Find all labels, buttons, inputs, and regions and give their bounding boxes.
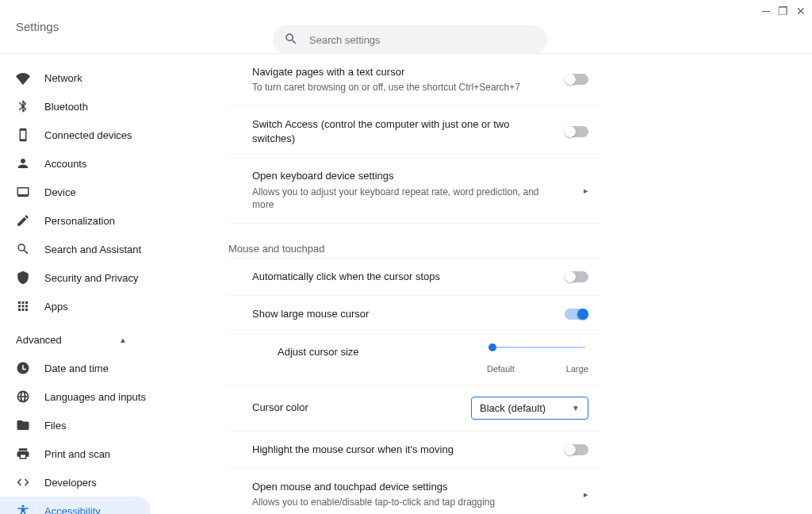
- row-title: Highlight the mouse cursor when it's mov…: [252, 443, 533, 457]
- sidebar-item-label: Print and scan: [44, 448, 110, 460]
- chevron-right-icon: ▸: [584, 186, 588, 196]
- sidebar-item-date-time[interactable]: Date and time: [0, 354, 151, 382]
- sidebar-item-label: Search and Assistant: [44, 244, 141, 255]
- row-title: Adjust cursor size: [278, 345, 490, 359]
- sidebar-item-bluetooth[interactable]: Bluetooth: [0, 92, 151, 121]
- toggle-highlight-cursor[interactable]: [565, 444, 588, 455]
- sidebar-item-connected-devices[interactable]: Connected devices: [0, 121, 151, 149]
- sidebar-item-label: Connected devices: [44, 129, 132, 141]
- sidebar-item-label: Developers: [44, 477, 97, 489]
- folder-icon: [16, 418, 30, 432]
- row-highlight-cursor: Highlight the mouse cursor when it's mov…: [228, 432, 601, 469]
- sidebar-item-files[interactable]: Files: [0, 411, 151, 439]
- laptop-icon: [16, 185, 30, 199]
- sidebar-advanced-label: Advanced: [16, 334, 62, 346]
- sidebar-item-label: Date and time: [44, 362, 109, 374]
- sidebar: Network Bluetooth Connected devices Acco…: [0, 54, 206, 514]
- printer-icon: [16, 447, 30, 461]
- toggle-switch-access[interactable]: [565, 126, 588, 137]
- row-cursor-color: Cursor color Black (default) ▼: [228, 386, 601, 432]
- row-switch-access: Switch Access (control the computer with…: [228, 106, 601, 158]
- toggle-auto-click[interactable]: [565, 271, 588, 282]
- sidebar-item-accounts[interactable]: Accounts: [0, 149, 151, 178]
- sidebar-item-apps[interactable]: Apps: [0, 292, 151, 320]
- row-open-keyboard-settings[interactable]: Open keyboard device settings Allows you…: [228, 158, 601, 224]
- code-icon: [16, 475, 30, 489]
- chevron-down-icon: ▼: [572, 404, 580, 412]
- section-mouse-touchpad: Mouse and touchpad: [228, 243, 601, 255]
- row-title: Switch Access (control the computer with…: [252, 117, 533, 146]
- sidebar-item-label: Security and Privacy: [44, 272, 139, 284]
- search-bar[interactable]: [273, 25, 547, 54]
- slider-thumb[interactable]: [488, 343, 496, 351]
- clock-icon: [16, 361, 30, 375]
- magnifier-icon: [16, 242, 30, 256]
- row-title: Automatically click when the cursor stop…: [252, 270, 533, 284]
- row-subtitle: Allows you to enable/disable tap-to-clic…: [252, 496, 552, 509]
- row-title: Show large mouse cursor: [252, 307, 533, 321]
- page-title: Settings: [16, 20, 59, 33]
- shield-icon: [16, 270, 30, 285]
- sidebar-item-network[interactable]: Network: [0, 63, 151, 92]
- row-caret-browsing: Navigate pages with a text cursor To tur…: [228, 54, 601, 106]
- sidebar-item-personalization[interactable]: Personalization: [0, 206, 151, 235]
- bluetooth-icon: [16, 99, 30, 113]
- sidebar-item-label: Files: [44, 420, 66, 432]
- search-input[interactable]: [309, 34, 536, 46]
- slider-min-label: Default: [487, 364, 515, 374]
- sidebar-item-label: Personalization: [44, 215, 115, 227]
- accessibility-icon: [16, 504, 30, 514]
- chevron-up-icon: ▲: [119, 336, 127, 344]
- row-auto-click: Automatically click when the cursor stop…: [228, 258, 601, 296]
- sidebar-item-label: Accessibility: [44, 505, 101, 515]
- person-icon: [16, 156, 30, 171]
- sidebar-item-developers[interactable]: Developers: [0, 468, 151, 497]
- row-large-cursor: Show large mouse cursor: [228, 296, 601, 333]
- apps-icon: [16, 299, 30, 313]
- edit-icon: [16, 213, 30, 228]
- sidebar-advanced-header[interactable]: Advanced ▲: [0, 325, 135, 354]
- row-open-mouse-settings[interactable]: Open mouse and touchpad device settings …: [228, 469, 601, 514]
- sidebar-item-label: Apps: [44, 301, 68, 313]
- wifi-icon: [16, 71, 30, 85]
- sidebar-item-label: Languages and inputs: [44, 391, 146, 403]
- cursor-color-dropdown[interactable]: Black (default) ▼: [471, 397, 588, 420]
- row-adjust-cursor-size: Adjust cursor size Default Large: [228, 334, 601, 386]
- sidebar-item-label: Network: [44, 72, 82, 84]
- search-icon: [284, 32, 298, 48]
- chevron-right-icon: ▸: [584, 489, 588, 500]
- row-subtitle: Allows you to adjust your keyboard repea…: [252, 186, 552, 213]
- sidebar-item-label: Bluetooth: [44, 101, 88, 113]
- row-subtitle: To turn caret browsing on or off, use th…: [252, 81, 533, 94]
- sidebar-item-search-assistant[interactable]: Search and Assistant: [0, 235, 151, 263]
- toggle-large-cursor[interactable]: [565, 309, 588, 320]
- cursor-size-slider[interactable]: [490, 347, 585, 348]
- sidebar-item-device[interactable]: Device: [0, 178, 151, 206]
- dropdown-value: Black (default): [480, 402, 546, 414]
- globe-icon: [16, 389, 30, 404]
- sidebar-item-label: Accounts: [44, 158, 86, 170]
- sidebar-item-accessibility[interactable]: Accessibility: [0, 497, 151, 514]
- row-title: Open keyboard device settings: [252, 169, 552, 183]
- row-title: Cursor color: [252, 401, 439, 415]
- sidebar-item-label: Device: [44, 186, 76, 198]
- toggle-caret-browsing[interactable]: [565, 74, 588, 85]
- sidebar-item-security-privacy[interactable]: Security and Privacy: [0, 263, 151, 292]
- sidebar-item-languages-inputs[interactable]: Languages and inputs: [0, 382, 151, 411]
- sidebar-item-print-scan[interactable]: Print and scan: [0, 439, 151, 468]
- row-title: Navigate pages with a text cursor: [252, 65, 533, 79]
- row-title: Open mouse and touchpad device settings: [252, 480, 552, 494]
- phone-icon: [16, 128, 30, 142]
- slider-max-label: Large: [566, 364, 588, 374]
